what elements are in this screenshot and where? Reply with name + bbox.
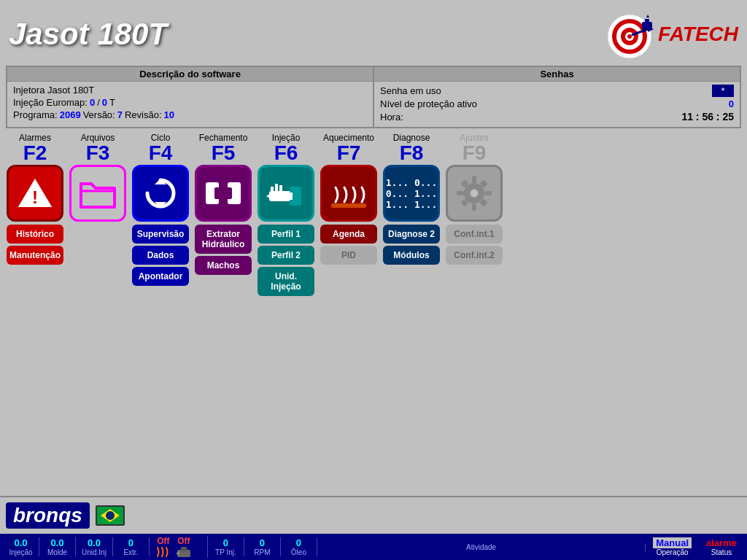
svg-rect-27 bbox=[472, 176, 476, 183]
revisao-val: 10 bbox=[164, 109, 174, 120]
versao-val: 7 bbox=[117, 109, 123, 120]
status-operacao: Manual Operação bbox=[646, 537, 699, 556]
info-left: Descrição do software Injetora Jasot 180… bbox=[7, 67, 374, 127]
nivel-label: Nível de proteção ativo bbox=[380, 98, 477, 109]
machine-off-val: Off bbox=[177, 536, 190, 546]
extrator-hidraulico-button[interactable]: Extrator Hidráulico bbox=[195, 225, 252, 254]
svg-rect-28 bbox=[472, 203, 476, 211]
machos-button[interactable]: Machos bbox=[195, 256, 252, 275]
diag-line-3: 1... 1... bbox=[386, 199, 437, 210]
svg-rect-20 bbox=[271, 187, 274, 192]
alarmes-key: F2 bbox=[23, 143, 47, 163]
programa-label: Programa: bbox=[13, 109, 58, 120]
euromap-sep: / bbox=[97, 97, 100, 108]
historico-button[interactable]: Histórico bbox=[7, 225, 63, 244]
alarmes-icon[interactable]: ! bbox=[7, 165, 63, 222]
status-rpm: 0 RPM bbox=[244, 537, 281, 556]
module-ajustes: Ajustes F9 Conf.int.1 Conf.int.2 bbox=[445, 133, 503, 298]
conf-int1-button[interactable]: Conf.int.1 bbox=[446, 225, 503, 244]
tp-inj-label: TP Inj. bbox=[215, 548, 236, 556]
tp-inj-val: 0 bbox=[223, 537, 228, 548]
status-extr: 0 Extr. bbox=[113, 537, 150, 556]
info-section: Descrição do software Injetora Jasot 180… bbox=[6, 66, 741, 128]
alarme-label: Status bbox=[711, 548, 732, 556]
fechamento-mold-icon bbox=[201, 171, 245, 215]
status-bar: 0.0 Injeção 0.0 Molde 0.0 Unid.Inj 0 Ext… bbox=[0, 534, 747, 560]
svg-rect-21 bbox=[275, 184, 278, 192]
dados-button[interactable]: Dados bbox=[132, 246, 189, 265]
operacao-label: Operação bbox=[657, 548, 689, 556]
ciclo-icon[interactable] bbox=[132, 165, 189, 222]
header: Jasot 180T FATECH bbox=[0, 0, 747, 66]
svg-rect-30 bbox=[484, 191, 492, 195]
injecao-icon[interactable] bbox=[258, 165, 314, 222]
perfil2-button[interactable]: Perfil 2 bbox=[258, 246, 314, 265]
module-fechamento: Fechamento F5 Extrator Hidráulico Machos bbox=[194, 133, 252, 298]
module-alarmes: Alarmes F2 ! Histórico Manutenção bbox=[6, 133, 64, 298]
brazil-flag bbox=[96, 505, 125, 526]
molde-val: 0.0 bbox=[50, 537, 63, 548]
senha-val: * bbox=[712, 85, 734, 97]
svg-rect-36 bbox=[181, 547, 187, 551]
arquivos-key: F3 bbox=[86, 143, 110, 163]
euromap-val2: 0 bbox=[102, 97, 107, 108]
unid-inj-val: 0.0 bbox=[88, 537, 101, 548]
ciclo-key: F4 bbox=[149, 143, 173, 163]
agenda-button[interactable]: Agenda bbox=[320, 225, 377, 244]
perfil1-button[interactable]: Perfil 1 bbox=[258, 225, 314, 244]
app-title: Jasot 180T bbox=[9, 17, 167, 52]
heat-status-icon bbox=[155, 546, 171, 558]
rpm-label: RPM bbox=[254, 548, 270, 556]
info-right-title: Senhas bbox=[374, 67, 740, 82]
svg-text:!: ! bbox=[32, 187, 38, 207]
status-unid-inj: 0.0 Unid.Inj bbox=[76, 537, 113, 556]
aquecimento-key: F7 bbox=[337, 143, 361, 163]
conf-int2-button[interactable]: Conf.int.2 bbox=[446, 246, 503, 265]
euromap-unit: T bbox=[109, 97, 115, 108]
status-alarme: alarme Status bbox=[699, 537, 744, 556]
diagnose-icon[interactable]: 1... 0... 0... 1... 1... 1... bbox=[383, 165, 440, 222]
programa-val: 2069 bbox=[60, 109, 81, 120]
svg-point-5 bbox=[627, 34, 632, 39]
alarm-triangle-icon: ! bbox=[13, 171, 57, 215]
machine-status-icon bbox=[176, 546, 192, 558]
module-aquecimento: Aquecimento F7 Agenda PID bbox=[320, 133, 378, 298]
hora-label: Hora: bbox=[380, 112, 403, 122]
footer: bronqs 0.0 Injeção 0.0 Molde 0.0 Unid.In… bbox=[0, 496, 747, 560]
ajustes-key: F9 bbox=[462, 143, 487, 163]
injecao-status-label: Injeção bbox=[9, 548, 32, 556]
heat-off-val: Off bbox=[157, 536, 169, 546]
svg-rect-19 bbox=[285, 192, 293, 200]
manutencao-button[interactable]: Manutenção bbox=[7, 246, 63, 265]
brazil-diamond bbox=[101, 509, 120, 522]
injecao-key: F6 bbox=[274, 143, 298, 163]
brazil-circle bbox=[106, 511, 115, 520]
module-injecao: Injeção F6 Perfil 1 Perfil 2 Unid. Injeç… bbox=[257, 133, 315, 298]
module-ciclo: Ciclo F4 Supervisão Dados Apontador bbox=[131, 133, 190, 298]
diagnose2-button[interactable]: Diagnose 2 bbox=[383, 225, 440, 244]
unid-injecao-button[interactable]: Unid. Injeção bbox=[258, 267, 314, 296]
fechamento-icon[interactable] bbox=[195, 165, 252, 222]
injecao-val: 0.0 bbox=[14, 537, 27, 548]
supervisao-button[interactable]: Supervisão bbox=[132, 225, 189, 244]
info-row-1: Injetora Jasot 180T bbox=[13, 85, 367, 96]
modulos-button[interactable]: Módulos bbox=[383, 246, 440, 265]
status-injecao: 0.0 Injeção bbox=[3, 537, 39, 556]
info-right-body: Senha em uso * Nível de proteção ativo 0… bbox=[374, 82, 740, 127]
main-area: Alarmes F2 ! Histórico Manutenção Arquiv… bbox=[0, 128, 747, 303]
apontador-button[interactable]: Apontador bbox=[132, 267, 189, 286]
status-molde: 0.0 Molde bbox=[39, 537, 76, 556]
unid-inj-label: Unid.Inj bbox=[82, 548, 107, 556]
info-row-3: Programa: 2069 Versão: 7 Revisão: 10 bbox=[13, 109, 367, 120]
cycle-icon bbox=[139, 171, 182, 215]
svg-rect-9 bbox=[645, 19, 649, 23]
injetora-label: Injetora Jasot 180T bbox=[13, 85, 94, 96]
diag-line-1: 1... 0... bbox=[386, 177, 437, 188]
ajustes-icon[interactable] bbox=[446, 165, 503, 222]
aquecimento-icon[interactable] bbox=[320, 165, 377, 222]
arquivos-icon[interactable] bbox=[69, 165, 126, 222]
hora-row: Hora: 11 : 56 : 25 bbox=[380, 111, 734, 122]
extr-label: Extr. bbox=[123, 548, 138, 556]
versao-label: Versão: bbox=[83, 109, 115, 120]
pid-button[interactable]: PID bbox=[320, 246, 377, 265]
